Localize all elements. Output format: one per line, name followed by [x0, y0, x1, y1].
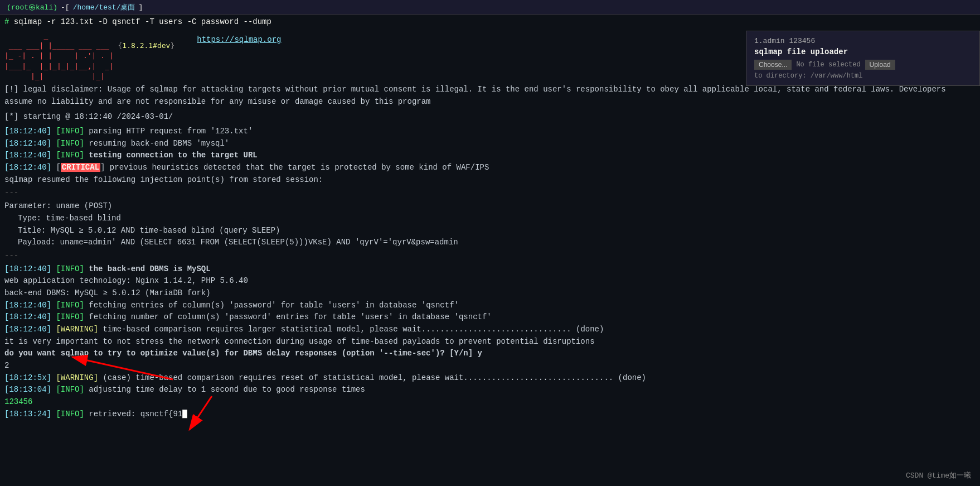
starting-text: [*] starting @ 18:12:40 /2024-03-01/ — [4, 112, 173, 121]
divider-1: --- — [4, 187, 976, 199]
starting-line: [*] starting @ 18:12:40 /2024-03-01/ — [4, 111, 976, 123]
upload-button[interactable]: Upload — [865, 60, 895, 70]
divider-2: --- — [4, 250, 976, 262]
watermark: CSDN @time如一曦 — [906, 470, 971, 480]
log-line-1: [18:12:40] [INFO] parsing HTTP request f… — [4, 126, 976, 138]
log-line-warning1: [18:12:40] [WARNING] time-based comparis… — [4, 324, 976, 336]
log-lines: [18:12:40] [INFO] parsing HTTP request f… — [4, 126, 976, 421]
admin-credentials: 1.admin 123456 — [754, 37, 972, 45]
sqlmap-info: https://sqlmap.org — [197, 34, 281, 46]
terminal-window: (root㉿kali)-[/home/test/桌面] # sqlmap -r … — [0, 0, 980, 486]
legal-text: [!] legal disclaimer: Usage of sqlmap fo… — [4, 85, 946, 106]
log-line-adjust: [18:13:04] [INFO] adjusting time delay t… — [4, 384, 976, 396]
log-line-network-warn: it is very important to not stress the n… — [4, 336, 976, 348]
sqlmap-ascii-art: _ ___ ___| |_____ ___ ___ {1.8.2.1#dev} … — [4, 31, 174, 81]
log-line-retrieved: [18:13:24] [INFO] retrieved: qsnctf{91█ — [4, 408, 976, 421]
uploader-title: sqlmap file uploader — [754, 47, 972, 56]
file-choose-row: Choose... No file selected Upload — [754, 60, 972, 70]
command-text: sqlmap -r 123.txt -D qsnctf -T users -C … — [14, 17, 271, 26]
log-line-2: [18:12:40] [INFO] resuming back-end DBMS… — [4, 138, 976, 150]
command-line: # sqlmap -r 123.txt -D qsnctf -T users -… — [0, 15, 980, 28]
no-file-label: No file selected — [796, 61, 860, 69]
param-line: Parameter: uname (POST) — [4, 200, 976, 213]
log-line-3: [18:12:40] [INFO] testing connection to … — [4, 150, 976, 162]
current-path: /home/test/桌面 — [73, 2, 135, 12]
log-line-4: [18:12:40] [CRITICAL] previous heuristic… — [4, 162, 976, 174]
legal-disclaimer: [!] legal disclaimer: Usage of sqlmap fo… — [4, 84, 976, 108]
title-line: Title: MySQL ≥ 5.0.12 AND time-based bli… — [4, 225, 976, 237]
log-line-fetch2: [18:12:40] [INFO] fetching number of col… — [4, 311, 976, 324]
title-bracket: ] — [138, 3, 143, 12]
title-bar: (root㉿kali)-[/home/test/桌面] — [0, 0, 980, 15]
payload-line: Payload: uname=admin' AND (SELECT 6631 F… — [4, 237, 976, 249]
shell-prompt: # — [4, 17, 14, 26]
sqlmap-url: https://sqlmap.org — [197, 35, 281, 44]
terminal-content: _ ___ ___| |_____ ___ ___ {1.8.2.1#dev} … — [0, 28, 980, 425]
critical-badge: CRITICAL — [61, 163, 100, 172]
dir-label: to directory: — [754, 72, 807, 80]
log-line-dbms: [18:12:40] [INFO] the back-end DBMS is M… — [4, 263, 976, 276]
user-host: (root㉿kali) — [7, 2, 57, 12]
log-line-answer: 2 — [4, 360, 976, 372]
directory-row: to directory: /var/www/html — [754, 72, 972, 80]
log-line-fetch1: [18:12:40] [INFO] fetching entries of co… — [4, 300, 976, 312]
file-uploader-panel: 1.admin 123456 sqlmap file uploader Choo… — [746, 31, 980, 86]
log-line-question: do you want sqlmap to try to optimize va… — [4, 348, 976, 360]
web-tech-line: web application technology: Nginx 1.14.2… — [4, 275, 976, 287]
choose-file-button[interactable]: Choose... — [754, 60, 792, 70]
log-line-warning2: [18:12:5x] [WARNING] (case) time-based c… — [4, 372, 976, 384]
dbms-version-line: back-end DBMS: MySQL ≥ 5.0.12 (MariaDB f… — [4, 287, 976, 300]
log-line-password: 123456 — [4, 396, 976, 408]
title-separator: -[ — [61, 3, 70, 12]
dir-path: /var/www/html — [811, 72, 863, 80]
type-line: Type: time-based blind — [4, 213, 976, 225]
log-line-5: sqlmap resumed the following injection p… — [4, 174, 976, 186]
